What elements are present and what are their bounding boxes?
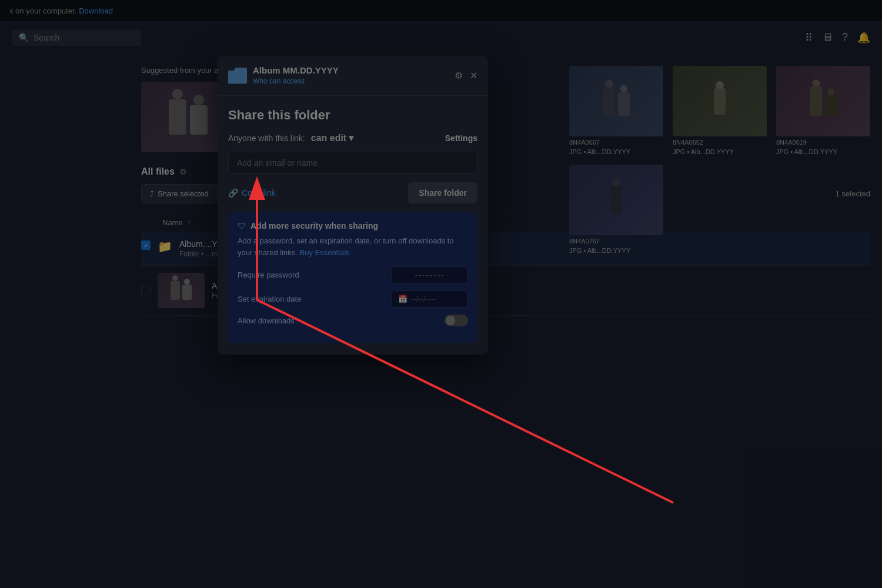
right-photo-item-2: 8N4A0652 JPG • Alb...DD.YYYY [673,66,767,155]
allow-downloads-toggle[interactable] [445,315,468,326]
who-can-access-link[interactable]: Who can access [253,77,305,85]
link-permission[interactable]: can edit ▾ [311,132,353,143]
share-icon: ⤴ [150,189,154,198]
email-input[interactable] [228,152,477,174]
file-thumb-2 [158,273,205,308]
row-checkbox-2[interactable] [141,286,151,295]
share-folder-button[interactable]: Share folder [408,182,477,203]
modal-title-area: Album MM.DD.YYYY Who can access [253,65,449,86]
modal-header-icons: ⚙ ✕ [455,70,477,81]
require-password-row: Require password [238,266,468,283]
right-photo-sublabel-4: JPG • Alb...DD.YYYY [569,247,663,254]
notification-text: x on your computer. [9,6,76,15]
header-actions: ⠿ 🖥 ? 🔔 [805,31,870,44]
bell-icon[interactable]: 🔔 [857,31,870,44]
link-label: Anyone with this link: [228,133,305,143]
folder-icon: 📁 [158,239,172,253]
grid-icon[interactable]: ⠿ [805,31,813,44]
search-icon: 🔍 [19,33,29,42]
right-photo-label-2: 8N4A0652 [673,139,767,146]
right-photo-sublabel-1: JPG • Alb...DD.YYYY [569,148,663,155]
allow-downloads-label: Allow downloads [238,316,445,325]
sidebar [0,54,129,588]
right-photo-sublabel-3: JPG • Alb...DD.YYYY [776,148,870,155]
security-panel: 🛡 Add more security when sharing Add a p… [228,212,477,343]
search-placeholder: Search [34,33,59,42]
right-photo-label-4: 8N4A0767 [569,238,663,245]
help-icon[interactable]: ? [842,31,848,44]
right-photo-1 [569,66,663,136]
security-header: 🛡 Add more security when sharing [238,221,468,230]
modal-close-button[interactable]: ✕ [470,70,477,81]
right-photo-2 [673,66,767,136]
modal-body: Share this folder Anyone with this link:… [218,96,488,355]
allow-downloads-row: Allow downloads [238,315,468,326]
security-desc: Add a password, set an expiration date, … [238,235,468,258]
chain-icon: 🔗 [228,188,238,198]
date-placeholder: --/--/---- [411,295,436,303]
right-photo-label-1: 8N4A0667 [569,139,663,146]
copy-share-row: 🔗 Copy link Share folder [228,182,477,203]
right-photo-item-1: 8N4A0667 JPG • Alb...DD.YYYY [569,66,663,155]
modal-folder-title: Album MM.DD.YYYY [253,65,449,75]
share-title: Share this folder [228,108,477,123]
shield-icon: 🛡 [238,221,246,230]
expiration-label: Set expiration date [238,295,392,303]
buy-essentials-link[interactable]: Buy Essentials [300,248,350,257]
search-box[interactable]: 🔍 Search [12,29,141,46]
share-selected-button[interactable]: ⤴ Share selected [141,184,218,203]
modal-settings-icon[interactable]: ⚙ [455,70,463,81]
top-notification-bar: x on your computer. Download [0,0,882,21]
link-permissions-row: Anyone with this link: can edit ▾ Settin… [228,132,477,143]
all-files-title: All files [141,166,175,177]
settings-link[interactable]: Settings [445,133,477,143]
modal-header: Album MM.DD.YYYY Who can access ⚙ ✕ [218,56,488,96]
copy-link-button[interactable]: 🔗 Copy link [228,188,276,198]
right-photo-label-3: 8N4A0619 [776,139,870,146]
name-column-header: Name ↑ [162,218,191,227]
right-photos-area: 8N4A0667 JPG • Alb...DD.YYYY 8N [569,66,870,254]
password-input[interactable] [392,266,468,283]
calendar-icon: 📅 [398,295,407,303]
date-input[interactable]: 📅 --/--/---- [392,290,468,308]
download-link[interactable]: Download [79,6,113,15]
right-photo-4 [569,165,663,235]
right-photo-item-3: 8N4A0619 JPG • Alb...DD.YYYY [776,66,870,155]
app-header: 🔍 Search ⠿ 🖥 ? 🔔 [0,21,882,54]
expiration-row: Set expiration date 📅 --/--/---- [238,290,468,308]
share-modal: Album MM.DD.YYYY Who can access ⚙ ✕ Shar… [218,56,488,355]
right-photo-item-4: 8N4A0767 JPG • Alb...DD.YYYY [569,165,663,254]
monitor-icon[interactable]: 🖥 [822,31,833,44]
right-photo-3 [776,66,870,136]
modal-folder-icon [228,68,247,84]
gear-icon[interactable]: ⚙ [179,167,187,176]
security-title: Add more security when sharing [250,221,378,230]
chevron-icon: ▾ [349,132,353,143]
require-password-label: Require password [238,270,392,279]
right-photo-sublabel-2: JPG • Alb...DD.YYYY [673,148,767,155]
row-checkbox-1[interactable]: ✓ [141,240,151,250]
